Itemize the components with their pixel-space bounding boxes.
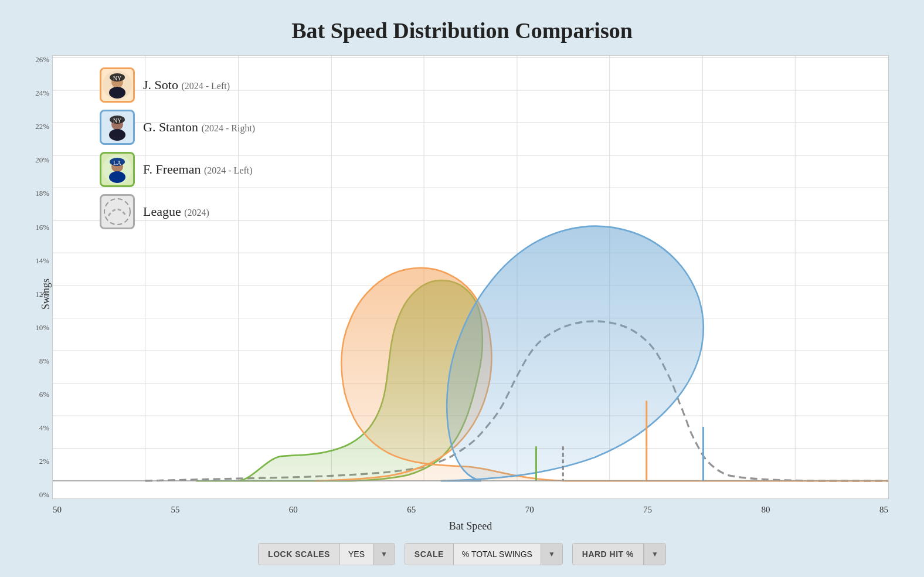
x-tick: 80 — [762, 505, 770, 515]
y-tick: 0% — [26, 491, 49, 498]
svg-point-34 — [109, 129, 125, 141]
svg-text:NY: NY — [113, 117, 121, 124]
legend-item-freeman: LA F. Freeman (2024 - Left) — [100, 152, 255, 187]
y-tick: 20% — [26, 156, 49, 164]
hard-hit-control[interactable]: HARD HIT % ▼ — [572, 543, 666, 565]
x-axis-label: Bat Speed — [52, 520, 889, 532]
legend-text-soto: J. Soto (2024 - Left) — [143, 77, 230, 93]
svg-text:LA: LA — [113, 159, 121, 166]
x-ticks: 5055606570758085 — [53, 505, 888, 515]
y-tick: 18% — [26, 189, 49, 197]
y-tick: 22% — [26, 123, 49, 130]
legend: NY J. Soto (2024 - Left) N — [100, 67, 255, 229]
y-tick: 10% — [26, 324, 49, 331]
svg-point-42 — [104, 199, 130, 225]
x-tick: 60 — [289, 505, 298, 515]
lock-scales-control[interactable]: LOCK SCALES YES ▼ — [258, 543, 395, 565]
bottom-controls: LOCK SCALES YES ▼ SCALE % TOTAL SWINGS ▼… — [253, 543, 671, 565]
y-tick: 6% — [26, 391, 49, 398]
lock-scales-label: LOCK SCALES — [259, 544, 340, 565]
legend-avatar-stanton: NY — [100, 110, 135, 145]
legend-item-soto: NY J. Soto (2024 - Left) — [100, 67, 255, 103]
y-tick: 2% — [26, 457, 49, 465]
page-title: Bat Speed Distribution Comparison — [291, 18, 633, 43]
y-ticks: 0%2%4%6%8%10%12%14%16%18%20%22%24%26% — [26, 56, 49, 498]
y-tick: 8% — [26, 357, 49, 365]
scale-label: SCALE — [405, 544, 454, 565]
lock-scales-value: YES — [340, 544, 373, 565]
legend-text-freeman: F. Freeman (2024 - Left) — [143, 162, 253, 177]
chart-area: Swings 0%2%4%6%8%10%12%14%16%18%20%22%24… — [35, 55, 889, 532]
x-tick: 85 — [879, 505, 888, 515]
svg-point-39 — [109, 171, 125, 183]
chart-plot: 0%2%4%6%8%10%12%14%16%18%20%22%24%26% — [52, 55, 889, 499]
legend-item-stanton: NY G. Stanton (2024 - Right) — [100, 110, 255, 145]
lock-scales-arrow[interactable]: ▼ — [373, 544, 395, 565]
svg-point-29 — [109, 87, 125, 99]
y-tick: 26% — [26, 56, 49, 63]
chart-inner: 0%2%4%6%8%10%12%14%16%18%20%22%24%26% — [52, 55, 889, 532]
y-tick: 12% — [26, 290, 49, 298]
scale-value: % TOTAL SWINGS — [454, 544, 541, 565]
x-tick: 50 — [53, 505, 62, 515]
scale-control[interactable]: SCALE % TOTAL SWINGS ▼ — [405, 543, 563, 565]
hard-hit-arrow[interactable]: ▼ — [644, 544, 665, 565]
legend-text-stanton: G. Stanton (2024 - Right) — [143, 120, 255, 135]
legend-avatar-freeman: LA — [100, 152, 135, 187]
legend-avatar-soto: NY — [100, 67, 135, 103]
x-tick: 55 — [171, 505, 179, 515]
y-tick: 24% — [26, 89, 49, 97]
x-tick: 75 — [643, 505, 652, 515]
svg-text:NY: NY — [113, 75, 121, 82]
x-tick: 65 — [407, 505, 416, 515]
legend-text-league: League (2024) — [143, 204, 209, 219]
legend-item-league: League (2024) — [100, 194, 255, 229]
x-tick: 70 — [525, 505, 534, 515]
y-tick: 4% — [26, 424, 49, 432]
scale-arrow[interactable]: ▼ — [541, 544, 562, 565]
y-tick: 16% — [26, 223, 49, 231]
hard-hit-label: HARD HIT % — [573, 544, 644, 565]
legend-avatar-league — [100, 194, 135, 229]
y-tick: 14% — [26, 257, 49, 264]
